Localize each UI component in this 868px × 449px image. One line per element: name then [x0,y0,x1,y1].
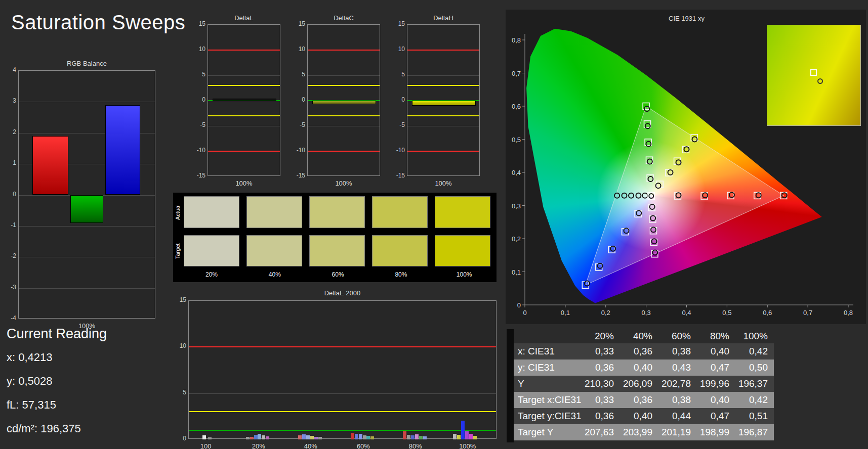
table-cell: 0,36 [582,408,620,424]
y-tick-label: 4 [0,66,16,73]
x-tick-label: 40% [304,442,317,449]
y-tick-label: -5 [384,121,405,128]
swatch-row-label-target: Target [174,235,181,267]
reference-line [208,85,280,86]
red-bar [32,136,68,195]
table-cell: 0,40 [697,392,735,408]
swatch-target-20% [184,235,239,266]
table-row-label: y: CIE31 [514,360,582,376]
swatch-actual-80% [372,196,428,228]
blue-bar [105,105,140,195]
x-tick-label: 20% [252,442,265,449]
y-tick-label: -2 [0,252,16,259]
swatch-actual-40% [246,196,302,228]
delta-e-bar [457,435,461,439]
y-tick-label: -15 [284,172,305,179]
delta-e-bar [411,435,415,439]
deltaH-plot-area [407,24,480,176]
cie-zoom-inset [767,25,861,126]
cie-y-tick-label: 0,6 [512,103,521,110]
y-tick-label: 15 [284,20,305,27]
reference-line [208,50,280,51]
reference-line [308,50,380,51]
swatch-target-40% [246,235,302,266]
saturation-swatches-panel: ActualTarget20%40%60%80%100% [173,193,497,282]
delta-e-bar [258,434,261,439]
cie-y-tick-label: 0,4 [512,169,521,176]
y-tick-label: 10 [165,342,186,349]
table-cell: 0,40 [620,360,658,376]
table-cell: 0,36 [620,392,658,408]
reference-line [407,151,479,152]
cie-x-tick-label: 0,2 [601,309,610,317]
delta-h-chart: DeltaH151050-5-10-15100% [392,14,488,182]
delta-e-bar [208,437,212,439]
deltaL-title: DeltaL [208,14,280,22]
y-tick-label: -15 [184,172,205,179]
table-cell: 0,33 [582,343,620,360]
table-cell: 0,44 [658,408,697,424]
delta-e-bar [469,434,473,439]
delta-e-bar [423,436,427,439]
swatch-actual-60% [309,196,365,228]
table-cell: 0,33 [582,392,620,408]
delta-e-bar [359,434,362,439]
table-cell: 198,99 [697,424,735,440]
cie-y-tick-label: 0 [517,301,521,309]
rgb_balance-plot-area [18,70,155,319]
table-cell: 199,96 [697,376,735,392]
delta-e-bar [314,437,318,439]
y-tick-label: 0 [165,435,186,442]
table-cell: 0,40 [697,343,735,360]
cie-x-tick-label: 0,1 [561,309,570,317]
table-cell: 0,51 [735,408,774,424]
table-cell: 0,42 [735,343,774,360]
y-tick-label: -10 [284,147,305,154]
y-tick-label: 5 [284,71,305,78]
x-tick-label: 100 [200,442,212,449]
table-corner [514,329,582,343]
swatch-target-60% [309,235,365,266]
gridline [19,102,155,102]
cie-x-tick-label: 0,4 [682,309,691,317]
delta-e-bar [302,434,306,439]
table-col-header: 20% [582,329,620,343]
y-tick-label: 3 [0,97,16,104]
x-tick-label: 60% [357,442,370,449]
delta-e-bar [266,436,269,439]
reference-line [208,151,280,152]
reference-line [189,411,496,412]
delta-e-bar [403,431,406,439]
cie-x-tick-label: 0,7 [803,309,812,317]
deltaC-plot-area [307,24,380,176]
table-col-header: 100% [735,329,774,343]
y-tick-label: 0 [0,191,16,198]
table-cell: 201,19 [658,424,697,440]
table-cell: 196,37 [735,376,774,392]
saturation-results-table: 20%40%60%80%100%x: CIE310,330,360,380,40… [507,329,776,442]
gridline [19,226,155,227]
table-row-label: Target x:CIE31 [514,392,582,408]
cie-x-tick-label: 0,5 [722,309,731,317]
delta-e-bar [465,431,469,439]
table-cell: 206,09 [620,376,658,392]
deltac-bar [312,101,377,104]
cie-y-tick-label: 0,1 [512,268,521,276]
delta-e-bar [370,436,374,439]
y-tick-label: 10 [384,46,405,53]
gridline [19,288,155,289]
swatch-col-label: 40% [269,271,281,278]
reference-line [189,346,496,347]
swatch-row-label-actual: Actual [174,196,181,228]
reference-line [308,115,380,116]
gridline [208,75,280,76]
cie-x-tick-label: 0,3 [642,309,651,317]
table-row-label: x: CIE31 [514,343,582,360]
y-tick-label: -5 [184,121,205,128]
delta-e-bar [298,435,302,439]
table-cell: 0,40 [620,408,658,424]
x-tick-label: 100% [459,442,476,449]
y-tick-label: -4 [0,315,16,322]
inset-target-point [810,69,817,76]
deltaH-title: DeltaH [407,14,480,22]
